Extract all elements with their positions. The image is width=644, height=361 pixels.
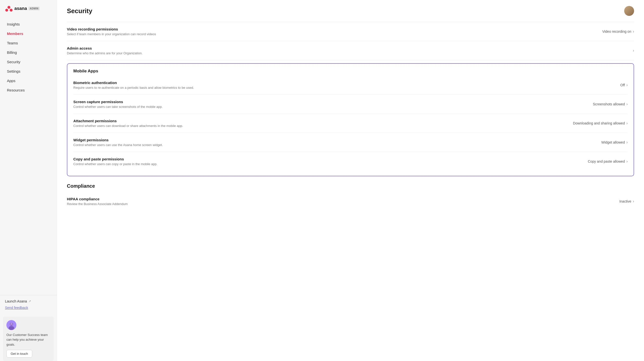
- screen-capture-status: Screenshots allowed: [593, 102, 625, 106]
- copy-paste-perms-status: Copy and paste allowed: [588, 159, 625, 163]
- video-recording-chevron-icon: ›: [633, 29, 634, 34]
- attachment-perms-desc: Control whether users can download or sh…: [73, 124, 573, 128]
- hipaa-status: Inactive: [619, 199, 631, 203]
- attachment-perms-chevron-icon: ›: [626, 121, 628, 125]
- sidebar-logo: asana ADMIN: [0, 0, 57, 17]
- asana-logo-icon: [5, 5, 13, 13]
- copy-paste-perms-title: Copy and paste permissions: [73, 157, 588, 161]
- svg-point-5: [9, 326, 14, 330]
- hipaa-desc: Review the Business Associate Addendum: [67, 202, 619, 206]
- sidebar-item-insights[interactable]: Insights: [2, 20, 55, 29]
- sidebar-nav: Insights Members Teams Billing Security …: [0, 17, 57, 295]
- user-avatar[interactable]: [624, 6, 634, 16]
- admin-access-left: Admin access Determine who the admins ar…: [67, 46, 633, 55]
- copy-paste-perms-desc: Control whether users can copy or paste …: [73, 162, 588, 166]
- video-recording-left: Video recording permissions Select if te…: [67, 27, 602, 36]
- asana-logo: asana ADMIN: [5, 5, 40, 13]
- copy-paste-perms-chevron-icon: ›: [626, 159, 628, 164]
- screen-capture-row: Screen capture permissions Control wheth…: [73, 95, 628, 114]
- customer-avatar-icon: [6, 320, 16, 330]
- biometric-auth-left: Biometric authentication Require users t…: [73, 81, 620, 90]
- video-recording-value[interactable]: Video recording on ›: [602, 29, 634, 34]
- widget-perms-status: Widget allowed: [602, 140, 625, 144]
- screen-capture-value[interactable]: Screenshots allowed ›: [593, 102, 628, 106]
- sidebar-item-security[interactable]: Security: [2, 57, 55, 67]
- sidebar: asana ADMIN Insights Members Teams Billi…: [0, 0, 57, 361]
- sidebar-item-insights-label: Insights: [7, 22, 20, 26]
- svg-point-1: [5, 9, 8, 12]
- send-feedback-label: Send feedback: [5, 306, 28, 310]
- main-content: Security Video recording permissions Sel…: [57, 0, 644, 361]
- svg-point-2: [10, 9, 13, 12]
- launch-asana-link[interactable]: Launch Asana ↗: [5, 299, 52, 303]
- widget-perms-value[interactable]: Widget allowed ›: [602, 140, 628, 145]
- sidebar-bottom: Launch Asana ↗ Send feedback: [0, 295, 57, 314]
- launch-asana-label: Launch Asana: [5, 299, 27, 303]
- copy-paste-perms-left: Copy and paste permissions Control wheth…: [73, 157, 588, 166]
- biometric-auth-status: Off: [620, 83, 625, 87]
- svg-point-7: [10, 323, 11, 324]
- screen-capture-desc: Control whether users can take screensho…: [73, 105, 593, 109]
- video-recording-title: Video recording permissions: [67, 27, 602, 31]
- copy-paste-perms-value[interactable]: Copy and paste allowed ›: [588, 159, 628, 164]
- sidebar-item-members-label: Members: [7, 32, 23, 36]
- hipaa-chevron-icon: ›: [633, 199, 634, 204]
- hipaa-left: HIPAA compliance Review the Business Ass…: [67, 197, 619, 206]
- admin-access-desc: Determine who the admins are for your Or…: [67, 51, 633, 55]
- get-in-touch-button[interactable]: Get in touch: [6, 350, 32, 357]
- biometric-auth-title: Biometric authentication: [73, 81, 620, 85]
- sidebar-item-members[interactable]: Members: [2, 29, 55, 38]
- screen-capture-title: Screen capture permissions: [73, 100, 593, 104]
- attachment-perms-status: Downloading and sharing allowed: [573, 121, 625, 125]
- attachment-perms-value[interactable]: Downloading and sharing allowed ›: [573, 121, 628, 125]
- asana-text: asana: [14, 6, 27, 11]
- biometric-auth-value[interactable]: Off ›: [620, 83, 628, 87]
- sidebar-item-settings-label: Settings: [7, 69, 20, 73]
- widget-perms-row: Widget permissions Control whether users…: [73, 133, 628, 152]
- send-feedback-link[interactable]: Send feedback: [5, 306, 52, 310]
- biometric-auth-row: Biometric authentication Require users t…: [73, 76, 628, 95]
- sidebar-item-teams[interactable]: Teams: [2, 39, 55, 48]
- sidebar-item-resources-label: Resources: [7, 88, 25, 92]
- main-header: Security: [67, 6, 634, 16]
- hipaa-value[interactable]: Inactive ›: [619, 199, 634, 204]
- compliance-section-title: Compliance: [67, 183, 634, 189]
- screen-capture-chevron-icon: ›: [626, 102, 628, 106]
- attachment-perms-title: Attachment permissions: [73, 119, 573, 123]
- admin-access-row: Admin access Determine who the admins ar…: [67, 41, 634, 60]
- customer-success-card: Our Customer Success team can help you a…: [3, 317, 54, 361]
- widget-perms-chevron-icon: ›: [626, 140, 628, 145]
- admin-badge: ADMIN: [28, 7, 40, 11]
- sidebar-item-settings[interactable]: Settings: [2, 67, 55, 76]
- video-recording-desc: Select if team members in your organizat…: [67, 32, 602, 36]
- admin-access-title: Admin access: [67, 46, 633, 50]
- admin-access-chevron-icon: ›: [633, 48, 634, 53]
- sidebar-item-billing-label: Billing: [7, 50, 17, 55]
- sidebar-item-apps[interactable]: Apps: [2, 76, 55, 85]
- widget-perms-title: Widget permissions: [73, 138, 602, 142]
- video-recording-row: Video recording permissions Select if te…: [67, 22, 634, 41]
- video-recording-status: Video recording on: [602, 30, 631, 34]
- svg-point-8: [12, 323, 13, 324]
- biometric-auth-desc: Require users to re-authenticate on a pe…: [73, 86, 620, 90]
- hipaa-row: HIPAA compliance Review the Business Ass…: [67, 192, 634, 211]
- attachment-perms-left: Attachment permissions Control whether u…: [73, 119, 573, 128]
- widget-perms-desc: Control whether users can use the Asana …: [73, 143, 602, 147]
- screen-capture-left: Screen capture permissions Control wheth…: [73, 100, 593, 109]
- page-title: Security: [67, 7, 92, 15]
- sidebar-item-apps-label: Apps: [7, 79, 15, 83]
- sidebar-item-security-label: Security: [7, 60, 20, 64]
- sidebar-item-teams-label: Teams: [7, 41, 18, 45]
- sidebar-item-billing[interactable]: Billing: [2, 48, 55, 57]
- widget-perms-left: Widget permissions Control whether users…: [73, 138, 602, 147]
- copy-paste-perms-row: Copy and paste permissions Control wheth…: [73, 152, 628, 171]
- hipaa-title: HIPAA compliance: [67, 197, 619, 201]
- customer-card-avatar: [6, 320, 16, 330]
- sidebar-item-resources[interactable]: Resources: [2, 86, 55, 95]
- attachment-perms-row: Attachment permissions Control whether u…: [73, 114, 628, 133]
- biometric-auth-chevron-icon: ›: [626, 83, 628, 87]
- admin-access-value[interactable]: ›: [633, 48, 634, 53]
- user-avatar-image: [624, 6, 634, 16]
- mobile-apps-title: Mobile Apps: [73, 69, 628, 74]
- mobile-apps-card: Mobile Apps Biometric authentication Req…: [67, 63, 634, 176]
